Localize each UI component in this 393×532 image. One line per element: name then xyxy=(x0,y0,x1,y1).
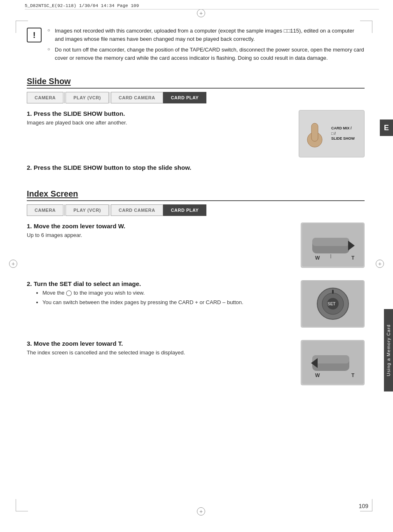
index-step-3-desc: The index screen is cancelled and the se… xyxy=(27,349,292,357)
warning-point-1: Images not recorded with this camcorder,… xyxy=(47,27,365,43)
slide-show-heading: Slide Show xyxy=(27,77,365,89)
side-tab-e: E xyxy=(380,120,393,136)
page-header: 5_D82NTSC_E(92-118) 1/30/04 14:34 Page 1… xyxy=(25,3,379,9)
index-step-1-desc: Up to 6 images appear. xyxy=(27,231,292,239)
step-1-title: 1. Press the SLIDE SHOW button. xyxy=(27,110,290,117)
corner-mark-tl xyxy=(16,21,28,33)
slide-show-mode-bar: CAMERA PLAY (VCR) CARD CAMERA CARD PLAY xyxy=(27,92,365,103)
mode-sep-2 xyxy=(110,92,110,103)
corner-mark-bl xyxy=(16,499,28,511)
step-1-content: 1. Press the SLIDE SHOW button. Images a… xyxy=(27,110,290,127)
zoom-lever-w-svg: W T xyxy=(302,223,364,267)
registration-mark-bottom xyxy=(197,507,205,516)
index-screen-mode-bar: CAMERA PLAY (VCR) CARD CAMERA CARD PLAY xyxy=(27,204,365,216)
index-step-2-title: 2. Turn the SET dial to select an image. xyxy=(27,280,292,287)
svg-text:T: T xyxy=(351,373,355,378)
mode-btn-card-camera-is[interactable]: CARD CAMERA xyxy=(111,204,163,216)
index-step-2: 2. Turn the SET dial to select an image.… xyxy=(27,280,365,328)
slide-show-section: Slide Show CAMERA PLAY (VCR) CARD CAMERA… xyxy=(27,77,365,171)
svg-text:W: W xyxy=(315,373,320,378)
warning-box: ! Images not recorded with this camcorde… xyxy=(27,27,365,65)
zoom-lever-t-image: W T xyxy=(301,340,365,385)
page-number: 109 xyxy=(359,503,368,509)
mode-btn-play-vcr-is[interactable]: PLAY (VCR) xyxy=(66,204,109,216)
mode-btn-camera-ss[interactable]: CAMERA xyxy=(27,92,63,103)
cardmix-label: CARD MIX / □ / SLIDE SHOW xyxy=(331,126,355,141)
mode-sep-4 xyxy=(110,204,110,216)
svg-rect-17 xyxy=(312,355,349,363)
svg-rect-1 xyxy=(311,123,318,141)
index-step-1-content: 1. Move the zoom lever toward W. Up to 6… xyxy=(27,223,292,239)
index-step-3-content: 3. Move the zoom lever toward T. The ind… xyxy=(27,340,292,357)
slide-show-step-1: 1. Press the SLIDE SHOW button. Images a… xyxy=(27,110,365,157)
index-screen-section: Index Screen CAMERA PLAY (VCR) CARD CAME… xyxy=(27,189,365,385)
registration-mark-top xyxy=(197,9,205,17)
svg-rect-4 xyxy=(312,238,349,246)
header-text: 5_D82NTSC_E(92-118) 1/30/04 14:34 Page 1… xyxy=(25,3,139,8)
set-dial-image: SET xyxy=(301,280,365,328)
mode-btn-card-play-ss[interactable]: CARD PLAY xyxy=(163,92,207,103)
svg-rect-13 xyxy=(332,290,334,294)
index-step-2-bullet-2: You can switch between the index pages b… xyxy=(42,298,292,307)
warning-text: Images not recorded with this camcorder,… xyxy=(47,27,365,65)
mode-sep-1 xyxy=(64,92,65,103)
warning-point-2: Do not turn off the camcorder, change th… xyxy=(47,46,365,62)
step-2-title: 2. Press the SLIDE SHOW button to stop t… xyxy=(27,164,365,171)
mode-btn-play-vcr-ss[interactable]: PLAY (VCR) xyxy=(66,92,109,103)
index-step-2-desc: Move the ◯ to the image you wish to view… xyxy=(27,289,292,307)
zoom-lever-w-image: W T xyxy=(301,223,365,268)
step-1-desc: Images are played back one after another… xyxy=(27,119,290,127)
svg-text:T: T xyxy=(351,255,355,261)
index-screen-heading: Index Screen xyxy=(27,189,365,201)
svg-text:W: W xyxy=(315,255,320,261)
mode-btn-camera-is[interactable]: CAMERA xyxy=(27,204,63,216)
side-label-memory-card: Using a Memory Card xyxy=(384,309,393,391)
mode-sep-3 xyxy=(64,204,65,216)
index-step-2-bullet-1: Move the ◯ to the image you wish to view… xyxy=(42,289,292,298)
finger-icon xyxy=(302,119,327,148)
index-step-3: 3. Move the zoom lever toward T. The ind… xyxy=(27,340,365,385)
warning-icon: ! xyxy=(27,28,42,42)
registration-mark-right xyxy=(376,260,384,268)
zoom-lever-t-svg: W T xyxy=(302,341,364,384)
set-dial-svg: SET xyxy=(302,281,364,327)
mode-btn-card-camera-ss[interactable]: CARD CAMERA xyxy=(111,92,163,103)
card-mix-slideshow-image: CARD MIX / □ / SLIDE SHOW xyxy=(299,110,365,157)
index-step-3-title: 3. Move the zoom lever toward T. xyxy=(27,340,292,347)
registration-mark-left xyxy=(9,260,17,268)
slide-show-step-2: 2. Press the SLIDE SHOW button to stop t… xyxy=(27,164,365,171)
svg-text:SET: SET xyxy=(328,302,335,306)
index-step-1-title: 1. Move the zoom lever toward W. xyxy=(27,223,292,230)
index-step-2-content: 2. Turn the SET dial to select an image.… xyxy=(27,280,292,309)
index-step-1: 1. Move the zoom lever toward W. Up to 6… xyxy=(27,223,365,268)
mode-btn-card-play-is[interactable]: CARD PLAY xyxy=(163,204,207,216)
main-content: ! Images not recorded with this camcorde… xyxy=(27,27,365,392)
